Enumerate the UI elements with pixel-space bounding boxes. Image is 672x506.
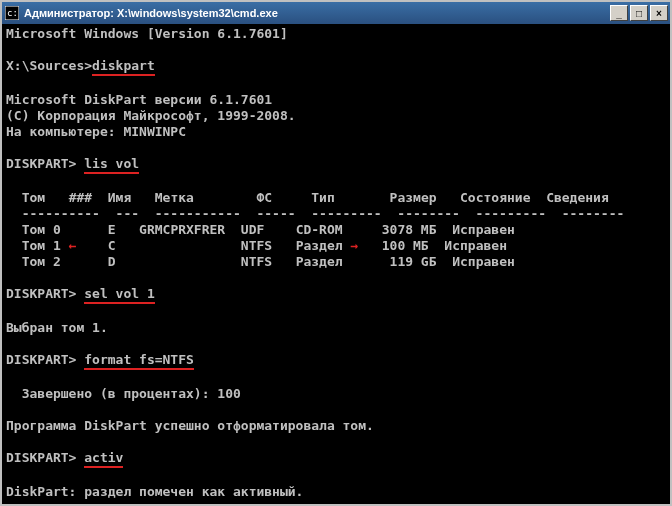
minimize-button[interactable]: _ [610, 5, 628, 21]
row-cell: Том 1 [22, 238, 61, 253]
close-button[interactable]: × [650, 5, 668, 21]
row-cell: 100 МБ [382, 238, 429, 253]
cmd-activ: activ [84, 450, 123, 468]
row-cell: CD-ROM [296, 222, 343, 237]
arrow-right-icon: → [350, 238, 358, 254]
title-text: Администратор: X:\windows\system32\cmd.e… [24, 7, 610, 19]
row-cell: Исправен [444, 238, 507, 253]
row-cell: GRMCPRXFRER [139, 222, 225, 237]
col-type: Тип [311, 190, 334, 205]
col-size: Размер [390, 190, 437, 205]
svg-text:c:: c: [7, 8, 18, 18]
row-cell: 3078 МБ [382, 222, 437, 237]
cmd-diskpart: diskpart [92, 58, 155, 76]
cmd-lis-vol: lis vol [84, 156, 139, 174]
row-cell: E [108, 222, 116, 237]
row-cell: Раздел [296, 254, 343, 269]
line: Microsoft Windows [Version 6.1.7601] [6, 26, 288, 41]
col-name: Имя [108, 190, 131, 205]
cmd-format: format fs=NTFS [84, 352, 194, 370]
line: (C) Корпорация Майкрософт, 1999-2008. [6, 108, 296, 123]
line: Microsoft DiskPart версии 6.1.7601 [6, 92, 272, 107]
diskpart-prompt: DISKPART> [6, 450, 84, 465]
row-cell: Том 2 [22, 254, 61, 269]
diskpart-prompt: DISKPART> [6, 352, 84, 367]
titlebar[interactable]: c: Администратор: X:\windows\system32\cm… [2, 2, 670, 24]
col-tom: Том [22, 190, 45, 205]
col-num: ### [69, 190, 92, 205]
line: Выбран том 1. [6, 320, 108, 335]
prompt: X:\Sources> [6, 58, 92, 73]
row-cell: UDF [241, 222, 264, 237]
terminal-output[interactable]: Microsoft Windows [Version 6.1.7601] X:\… [2, 24, 670, 504]
window-buttons: _ □ × [610, 5, 668, 21]
row-cell: Исправен [452, 254, 515, 269]
col-state: Состояние [460, 190, 530, 205]
row-cell: Исправен [452, 222, 515, 237]
cmd-window: c: Администратор: X:\windows\system32\cm… [0, 0, 672, 506]
arrow-left-icon: ← [69, 238, 77, 254]
row-cell: Раздел [296, 238, 343, 253]
maximize-button[interactable]: □ [630, 5, 648, 21]
row-cell: 119 GБ [390, 254, 437, 269]
cmd-icon: c: [4, 5, 20, 21]
line: DiskPart: раздел помечен как активный. [6, 484, 303, 499]
row-cell: C [108, 238, 116, 253]
row-cell: D [108, 254, 116, 269]
row-cell: Том 0 [22, 222, 61, 237]
cmd-sel-vol: sel vol 1 [84, 286, 154, 304]
col-label: Метка [155, 190, 194, 205]
row-cell: NTFS [241, 254, 272, 269]
diskpart-prompt: DISKPART> [6, 286, 84, 301]
col-fs: ФС [257, 190, 273, 205]
row-cell: NTFS [241, 238, 272, 253]
diskpart-prompt: DISKPART> [6, 156, 84, 171]
line: На компьютере: MINWINPC [6, 124, 186, 139]
col-info: Сведения [546, 190, 609, 205]
line: Программа DiskPart успешно отформатирова… [6, 418, 374, 433]
line: Завершено (в процентах): 100 [6, 386, 241, 401]
